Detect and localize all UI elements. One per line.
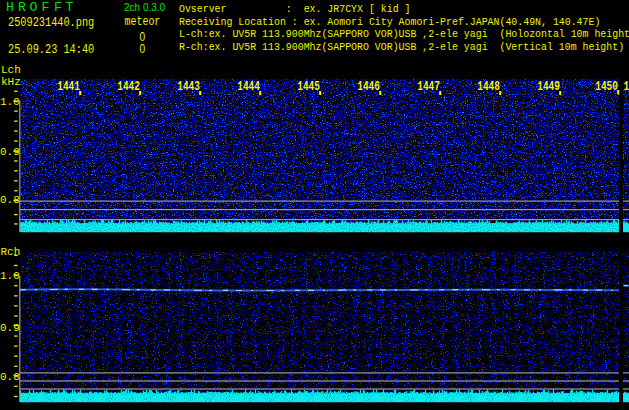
svg-text:1446: 1446	[357, 80, 380, 94]
svg-text:1.0: 1.0	[0, 96, 20, 108]
svg-text:1441: 1441	[57, 80, 80, 94]
svg-text:Ovserver : ex. JR7CY: Ovserver : ex. JR7CYX [ kid ]	[179, 3, 410, 16]
svg-text:H: H	[6, 0, 14, 15]
svg-text:1450: 1450	[595, 80, 618, 94]
svg-text:1448: 1448	[477, 80, 500, 94]
svg-text:10: 10	[623, 80, 629, 94]
svg-text:25.09.23 14:40: 25.09.23 14:40	[8, 44, 95, 57]
svg-text:R: R	[18, 0, 26, 15]
svg-text:1442: 1442	[117, 80, 140, 94]
svg-text:0.9: 0.9	[0, 322, 20, 334]
svg-text:F: F	[42, 0, 50, 15]
svg-text:1447: 1447	[417, 80, 440, 94]
svg-text:1443: 1443	[177, 80, 200, 94]
svg-text:Lch: Lch	[1, 64, 21, 76]
svg-text:L-ch:ex. UV5R 113.900Mhz(SAPPO: L-ch:ex. UV5R 113.900Mhz(SAPPORO VOR)USB…	[179, 28, 629, 41]
svg-text:0.9: 0.9	[0, 146, 20, 158]
svg-text:2ch 0.3.0: 2ch 0.3.0	[124, 2, 166, 13]
svg-text:T: T	[66, 0, 74, 15]
svg-text:F: F	[54, 0, 62, 15]
svg-text:R-ch:ex. UV5R 113.900Mhz(SAPPO: R-ch:ex. UV5R 113.900Mhz(SAPPORO VOR)USB…	[179, 40, 624, 53]
svg-text:Receiving Location : ex. Aomor: Receiving Location : ex. Aomori City Aom…	[179, 15, 600, 28]
svg-text:1.0: 1.0	[0, 270, 20, 282]
svg-text:Rch: Rch	[1, 246, 21, 258]
svg-text:0: 0	[140, 41, 146, 57]
svg-text:meteor: meteor	[125, 16, 161, 29]
svg-text:kHz: kHz	[1, 76, 21, 88]
svg-text:1445: 1445	[297, 80, 320, 94]
svg-text:2509231440.png: 2509231440.png	[8, 16, 94, 29]
svg-text:O: O	[30, 0, 38, 15]
svg-text:1444: 1444	[237, 80, 260, 94]
svg-text:1449: 1449	[537, 80, 560, 94]
